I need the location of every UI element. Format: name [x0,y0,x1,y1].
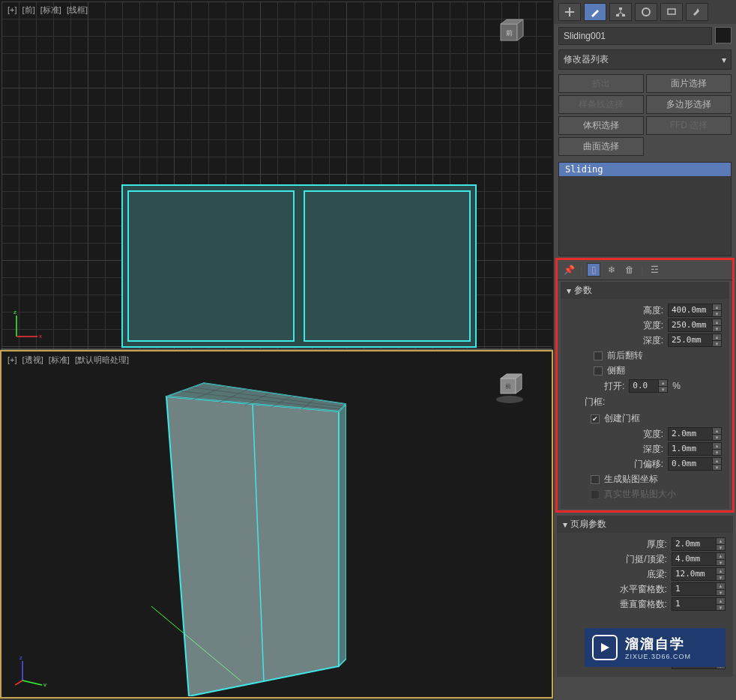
vp-menu-plus[interactable]: [+] [7,355,17,364]
spinner-hpanels[interactable]: 1▲▼ [672,582,726,596]
rollout-header-params[interactable]: ▾ 参数 [561,282,729,299]
modifier-stack-item[interactable]: Sliding [559,163,731,176]
btn-poly-select[interactable]: 多边形选择 [646,95,732,114]
modifier-dropdown-label: 修改器列表 [564,53,609,66]
svg-line-42 [618,13,621,14]
label-width: 宽度: [643,319,663,332]
svg-point-8 [496,396,523,403]
pin-icon[interactable]: 📌 [562,263,576,277]
door-object-perspective[interactable] [151,381,346,696]
vp-menu-style[interactable]: [默认明暗处理] [75,355,129,364]
svg-text:z: z [13,310,16,316]
btn-extrude[interactable]: 挤出 [558,74,644,93]
tab-modify[interactable] [584,3,606,21]
spinner-stile[interactable]: 4.0mm▲▼ [672,552,726,566]
label-vpanels: 垂直窗格数: [620,598,667,611]
viewport-perspective[interactable]: [+] [透视] [标准] [默认明暗处理] 前 [0,350,553,699]
btn-vol-select[interactable]: 体积选择 [558,116,644,135]
spinner-vpanels[interactable]: 1▲▼ [672,597,726,611]
svg-marker-15 [166,396,339,696]
rollout-parameters: ▾ 参数 高度: 400.0mm▲▼ 宽度: 250.0mm▲▼ 深度: 25.… [561,282,729,509]
view-cube[interactable]: 前 [493,16,529,52]
axis-gizmo-top: z x [12,310,43,341]
vp-menu-view[interactable]: [前] [22,5,35,14]
spinner-bottom[interactable]: 12.0mm▲▼ [672,567,726,581]
section-frame: 门框: [568,394,722,410]
vp-menu-view[interactable]: [透视] [22,355,43,364]
door-object-front[interactable] [121,184,477,348]
tab-hierarchy[interactable] [609,3,632,21]
btn-face-select[interactable]: 面片选择 [646,74,732,93]
checkbox-flip-side[interactable] [594,366,603,375]
spinner-frame-width[interactable]: 2.0mm▲▼ [668,427,722,441]
svg-text:z: z [19,655,22,661]
rollout-title: 页扇参数 [570,518,606,531]
command-panel: 修改器列表 ▾ 挤出 面片选择 样条线选择 多边形选择 体积选择 FFD 选择 … [553,0,736,700]
label-gen-uv: 生成贴图坐标 [604,473,658,486]
checkbox-flip-front[interactable] [594,351,603,360]
stack-toolbar: 📌 | ▯ ❄ 🗑 | ☲ [558,260,732,280]
viewport-label-top[interactable]: [+] [前] [标准] [线框] [7,4,91,16]
show-end-icon[interactable]: ▯ [587,263,600,277]
checkbox-real-world [591,490,600,499]
object-name-input[interactable] [558,27,712,45]
svg-line-32 [22,681,42,685]
label-frame-width: 宽度: [643,428,663,441]
vp-menu-shading[interactable]: [标准] [49,355,70,364]
spinner-thickness[interactable]: 2.0mm▲▼ [672,537,726,551]
viewport-front[interactable]: [+] [前] [标准] [线框] 前 z x [0,0,553,350]
make-unique-icon[interactable]: ❄ [605,263,618,277]
rollout-title: 参数 [574,284,592,297]
tab-motion[interactable] [635,3,657,21]
label-thickness: 厚度: [647,538,667,551]
svg-point-44 [642,8,650,16]
vp-menu-plus[interactable]: [+] [7,5,17,14]
spinner-open[interactable]: 0.0▲▼ [629,379,668,393]
play-icon [592,635,618,660]
checkbox-gen-uv[interactable] [591,475,600,484]
spinner-height[interactable]: 400.0mm▲▼ [668,304,722,317]
btn-surf-select[interactable]: 曲面选择 [558,137,644,156]
label-open: 打开: [604,380,624,393]
spinner-frame-depth[interactable]: 1.0mm▲▼ [668,442,722,456]
svg-text:前: 前 [506,29,513,37]
spinner-offset[interactable]: 0.0mm▲▼ [668,457,722,471]
collapse-icon: ▾ [563,519,567,530]
rollout-header-leaf[interactable]: ▾ 页扇参数 [557,516,733,533]
door-panel-left [127,190,295,342]
label-bottom-rail: 底梁: [647,568,667,581]
btn-spline-select[interactable]: 样条线选择 [558,95,644,114]
label-offset: 门偏移: [634,458,663,471]
watermark-badge: 溜溜自学 ZIXUE.3D66.COM [585,628,726,667]
spinner-width[interactable]: 250.0mm▲▼ [668,319,722,332]
vp-menu-style[interactable]: [线框] [67,5,88,14]
viewport-label-bottom[interactable]: [+] [透视] [标准] [默认明暗处理] [7,354,132,366]
tab-create[interactable] [558,3,581,21]
axis-gizmo-bottom: z y x [15,655,46,687]
spin-down[interactable]: ▼ [713,310,721,316]
svg-rect-39 [616,14,619,16]
tab-display[interactable] [660,3,683,21]
label-depth: 深度: [643,334,663,347]
label-real-world: 真实世界贴图大小 [604,488,676,501]
watermark-title: 溜溜自学 [625,635,691,653]
spin-up[interactable]: ▲ [713,304,721,310]
view-cube[interactable]: 前 [492,369,528,405]
object-color-swatch[interactable] [715,27,732,43]
remove-icon[interactable]: 🗑 [623,263,636,277]
label-flip-side: 侧翻 [607,364,625,377]
svg-text:x: x [39,333,42,340]
door-panel-right [304,190,471,342]
vp-menu-shading[interactable]: [标准] [40,5,61,14]
svg-marker-17 [339,404,346,666]
modifier-stack[interactable]: Sliding [558,162,732,256]
svg-rect-38 [619,7,622,10]
btn-ffd-select[interactable]: FFD 选择 [646,116,732,135]
checkbox-create-frame[interactable]: ✔ [591,414,600,423]
spinner-depth[interactable]: 25.0mm▲▼ [668,334,722,347]
configure-icon[interactable]: ☲ [648,263,661,277]
tab-utilities[interactable] [686,3,708,21]
label-height: 高度: [643,304,663,317]
svg-line-43 [621,13,624,14]
modifier-list-dropdown[interactable]: 修改器列表 ▾ [558,49,732,70]
